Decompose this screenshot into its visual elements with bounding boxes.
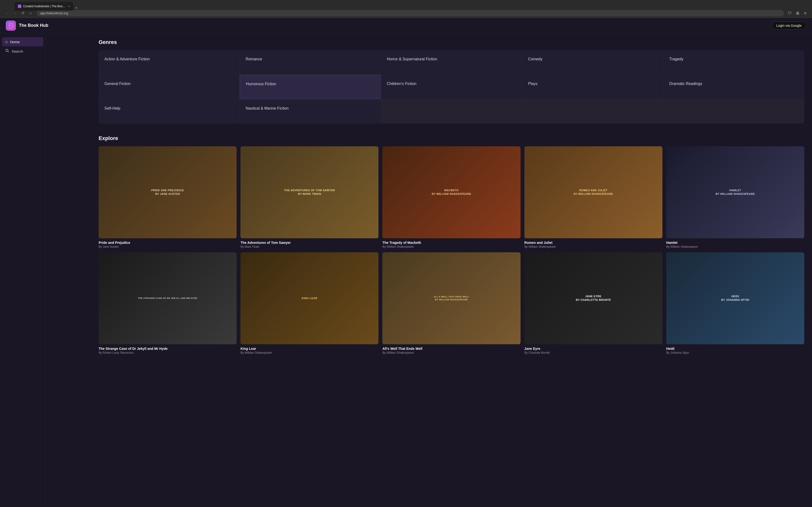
genre-plays[interactable]: Plays (522, 75, 663, 99)
book-card-tom[interactable]: THE ADVENTURES OF TOM SAWYERBY MARK TWAI… (241, 146, 378, 248)
book-cover-pride: PRIDE AND PREJUDICEBY JANE AUSTEN (99, 146, 237, 238)
books-grid-row1: PRIDE AND PREJUDICEBY JANE AUSTEN Pride … (99, 146, 804, 248)
genre-action-adventure[interactable]: Action & Adventure Fiction (99, 50, 239, 74)
book-author: By Jane Austen (99, 245, 237, 248)
genre-label: Horror & Supernatural Fiction (387, 57, 437, 61)
book-author: By Robert Louis Stevenson (99, 351, 237, 354)
genre-childrens[interactable]: Children's Fiction (381, 75, 522, 99)
cover-image: HAMLETBY WILLIAM SHAKESPEARE (666, 146, 804, 238)
sidebar: ⌂ Home Search (0, 18, 45, 507)
book-cover-hamlet: HAMLETBY WILLIAM SHAKESPEARE (666, 146, 804, 238)
explore-title: Explore (99, 135, 804, 142)
forward-button[interactable]: › (12, 10, 18, 17)
new-tab-button[interactable]: + (73, 6, 80, 11)
genre-label: Plays (528, 81, 538, 86)
genre-romance[interactable]: Romance (240, 50, 380, 74)
book-card-kinglear[interactable]: KING LEAR King Lear By William Shakespea… (241, 252, 378, 354)
explore-section: Explore PRIDE AND PREJUDICEBY JANE AUSTE… (99, 135, 804, 354)
genre-label: Romance (246, 57, 262, 61)
tab-close-button[interactable]: ✕ (68, 5, 70, 8)
book-author: By William Shakespeare (382, 351, 520, 354)
reload-button[interactable]: ↺ (19, 10, 26, 17)
genre-comedy[interactable]: Comedy (522, 50, 663, 74)
book-cover-macbeth: MACBETHBY WILLIAM SHAKESPEARE (382, 146, 520, 238)
app-wrapper: ⌂ Home Search Genres Action & Adventure (0, 18, 812, 507)
book-author: By Johanna Spyri (666, 351, 804, 354)
home-icon: ⌂ (5, 40, 8, 44)
genre-label: Humorous Fiction (246, 82, 276, 86)
book-title: King Lear (241, 347, 378, 350)
nav-buttons: ‹ › ↺ ☆ (4, 10, 34, 17)
book-author: By William Shakespeare (666, 245, 804, 248)
book-author: By William Shakespeare (382, 245, 520, 248)
search-icon (5, 49, 9, 54)
tab-favicon (18, 5, 21, 8)
cover-image: HEIDIBY JOHANNA SPYRI (666, 252, 804, 344)
book-cover-heidi: HEIDIBY JOHANNA SPYRI (666, 252, 804, 344)
bookmark-button[interactable]: ☆ (27, 10, 34, 17)
book-title: The Adventures of Tom Sawyer (241, 241, 378, 244)
genres-grid: Action & Adventure Fiction Romance Horro… (99, 50, 804, 124)
genre-general-fiction[interactable]: General Fiction (99, 75, 239, 99)
cover-image: THE ADVENTURES OF TOM SAWYERBY MARK TWAI… (241, 146, 378, 238)
book-card-macbeth[interactable]: MACBETHBY WILLIAM SHAKESPEARE The Traged… (382, 146, 520, 248)
svg-line-1 (8, 51, 9, 52)
genre-label: Tragedy (669, 57, 683, 61)
book-cover-romeo: ROMEO AND JULIETBY WILLIAM SHAKESPEARE (524, 146, 662, 238)
genre-label: Action & Adventure Fiction (104, 57, 150, 61)
book-card-janeeyre[interactable]: JANE EYREBY CHARLOTTE BRONTË Jane Eyre B… (524, 252, 662, 354)
logo-wrapper: The Book Hub (6, 20, 48, 31)
book-title: Jane Eyre (524, 347, 662, 350)
book-author: By Charlotte Brontë (524, 351, 662, 354)
cover-image: PRIDE AND PREJUDICEBY JANE AUSTEN (99, 146, 237, 238)
app-name: The Book Hub (19, 23, 48, 28)
back-button[interactable]: ‹ (4, 10, 11, 17)
active-tab[interactable]: Curated Audiobooks | The Boo... ✕ (14, 2, 73, 11)
menu-icon[interactable]: ≡ (802, 10, 808, 16)
genre-horror[interactable]: Horror & Supernatural Fiction (381, 50, 522, 74)
cover-image: ALL'S WELL THAT ENDS WELLBY WILLIAM SHAK… (382, 252, 520, 344)
genre-dramatic[interactable]: Dramatic Readings (664, 75, 804, 99)
book-cover-allswell: ALL'S WELL THAT ENDS WELLBY WILLIAM SHAK… (382, 252, 520, 344)
login-button[interactable]: Login via Google (772, 21, 806, 30)
book-author: By William Shakespeare (241, 351, 378, 354)
tab-title: Curated Audiobooks | The Boo... (23, 5, 65, 8)
book-card-hamlet[interactable]: HAMLETBY WILLIAM SHAKESPEARE Hamlet By W… (666, 146, 804, 248)
genre-label: General Fiction (104, 81, 131, 86)
book-card-heidi[interactable]: HEIDIBY JOHANNA SPYRI Heidi By Johanna S… (666, 252, 804, 354)
address-bar[interactable] (37, 10, 784, 16)
genres-title: Genres (99, 39, 804, 45)
genre-label: Comedy (528, 57, 543, 61)
cover-image: ROMEO AND JULIETBY WILLIAM SHAKESPEARE (524, 146, 662, 238)
genre-selfhelp[interactable]: Self-Help (99, 100, 239, 124)
book-card-allswell[interactable]: ALL'S WELL THAT ENDS WELLBY WILLIAM SHAK… (382, 252, 520, 354)
genre-tragedy[interactable]: Tragedy (664, 50, 804, 74)
book-author: By William Shakespeare (524, 245, 662, 248)
sidebar-item-search[interactable]: Search (2, 46, 43, 56)
genre-nautical[interactable]: Nautical & Marine Fiction (240, 100, 380, 124)
genre-label: Children's Fiction (387, 81, 416, 86)
genres-section: Genres Action & Adventure Fiction Romanc… (99, 39, 804, 124)
book-card-romeo[interactable]: ROMEO AND JULIETBY WILLIAM SHAKESPEARE R… (524, 146, 662, 248)
cover-image: MACBETHBY WILLIAM SHAKESPEARE (382, 146, 520, 238)
extensions-icon[interactable]: ⊞ (795, 10, 800, 16)
genre-label: Nautical & Marine Fiction (246, 106, 289, 111)
book-title: Romeo and Juliet (524, 241, 662, 244)
main-content: Genres Action & Adventure Fiction Romanc… (91, 18, 812, 507)
shield-icon[interactable]: 🛡 (787, 10, 793, 16)
book-title: The Strange Case of Dr Jekyll and Mr Hyd… (99, 347, 237, 350)
cover-image: THE STRANGE CASE OF DR JEKYLL AND MR HYD… (99, 252, 237, 344)
book-author: By Mark Twain (241, 245, 378, 248)
sidebar-search-label: Search (12, 49, 23, 53)
book-title: Heidi (666, 347, 804, 350)
genre-label: Dramatic Readings (669, 81, 702, 86)
genre-humorous[interactable]: Humorous Fiction (240, 75, 380, 99)
book-cover-kinglear: KING LEAR (241, 252, 378, 344)
book-card-pride[interactable]: PRIDE AND PREJUDICEBY JANE AUSTEN Pride … (99, 146, 237, 248)
book-cover-janeeyre: JANE EYREBY CHARLOTTE BRONTË (524, 252, 662, 344)
sidebar-item-home[interactable]: ⌂ Home (2, 37, 43, 46)
books-grid-row2: THE STRANGE CASE OF DR JEKYLL AND MR HYD… (99, 252, 804, 354)
book-card-jekyll[interactable]: THE STRANGE CASE OF DR JEKYLL AND MR HYD… (99, 252, 237, 354)
cover-image: JANE EYREBY CHARLOTTE BRONTË (524, 252, 662, 344)
sidebar-nav: ⌂ Home Search (0, 33, 45, 60)
